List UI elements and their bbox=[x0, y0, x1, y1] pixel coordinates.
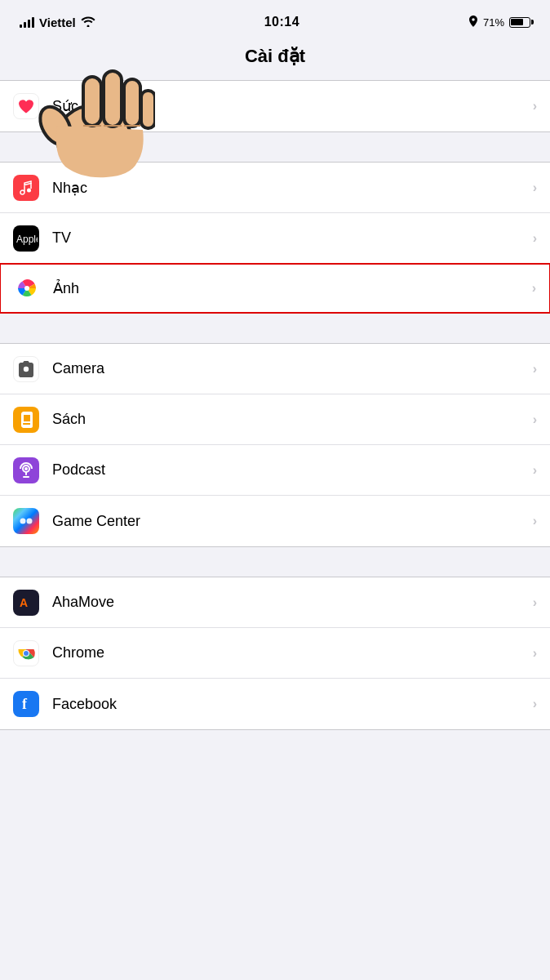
gamecenter-icon bbox=[13, 508, 39, 534]
books-icon bbox=[13, 407, 39, 433]
section-apps: Camera › Sách › Podcast › bbox=[0, 343, 550, 547]
podcasts-icon bbox=[13, 457, 39, 483]
status-bar: Viettel 10:14 71% bbox=[0, 0, 550, 39]
chevron-icon: › bbox=[533, 514, 537, 528]
svg-text:A: A bbox=[20, 596, 28, 609]
settings-item-music[interactable]: Nhạc › bbox=[0, 163, 550, 213]
chevron-icon: › bbox=[533, 99, 537, 114]
svg-text:f: f bbox=[22, 696, 28, 712]
music-label: Nhạc bbox=[52, 179, 533, 197]
status-left: Viettel bbox=[20, 16, 95, 29]
settings-item-ahamove[interactable]: A AhaMove › bbox=[0, 577, 550, 628]
ahamove-label: AhaMove bbox=[52, 594, 533, 611]
battery-icon bbox=[509, 17, 530, 28]
appletv-label: TV bbox=[52, 229, 533, 247]
settings-item-photos[interactable]: Ảnh › bbox=[0, 263, 550, 314]
page-wrapper: Viettel 10:14 71% Cài đặt bbox=[0, 0, 550, 730]
section-health: Sức khỏe › bbox=[0, 80, 550, 132]
battery-percent: 71% bbox=[483, 16, 504, 29]
chevron-icon: › bbox=[533, 463, 537, 478]
facebook-label: Facebook bbox=[52, 696, 533, 713]
chevron-icon: › bbox=[533, 595, 537, 610]
settings-item-facebook[interactable]: f Facebook › bbox=[0, 679, 550, 729]
appletv-icon: Apple TV bbox=[13, 225, 39, 252]
photos-icon bbox=[14, 275, 40, 301]
chevron-icon: › bbox=[533, 180, 537, 195]
settings-item-camera[interactable]: Camera › bbox=[0, 344, 550, 394]
time-display: 10:14 bbox=[264, 15, 299, 29]
settings-item-health[interactable]: Sức khỏe › bbox=[0, 81, 550, 131]
svg-point-14 bbox=[24, 467, 28, 470]
svg-point-20 bbox=[24, 651, 29, 656]
wifi-icon bbox=[81, 16, 95, 29]
gamecenter-label: Game Center bbox=[52, 513, 533, 530]
chevron-icon: › bbox=[533, 646, 537, 661]
page-title: Cài đặt bbox=[0, 39, 550, 80]
carrier-label: Viettel bbox=[39, 16, 76, 29]
chevron-icon: › bbox=[533, 362, 537, 376]
spacer-1 bbox=[0, 132, 550, 162]
books-label: Sách bbox=[52, 411, 533, 428]
settings-item-chrome[interactable]: Chrome › bbox=[0, 628, 550, 679]
settings-item-appletv[interactable]: Apple TV TV › bbox=[0, 213, 550, 264]
settings-item-gamecenter[interactable]: Game Center › bbox=[0, 496, 550, 546]
health-label: Sức khỏe bbox=[52, 97, 533, 115]
settings-item-podcasts[interactable]: Podcast › bbox=[0, 445, 550, 496]
chevron-icon: › bbox=[533, 697, 537, 711]
svg-point-15 bbox=[20, 519, 26, 524]
podcasts-label: Podcast bbox=[52, 461, 533, 479]
facebook-icon: f bbox=[13, 691, 39, 717]
ahamove-icon: A bbox=[13, 590, 39, 616]
section-media: Nhạc › Apple TV TV › bbox=[0, 162, 550, 314]
section-third-party: A AhaMove › Chrome › bbox=[0, 577, 550, 730]
location-icon bbox=[468, 16, 478, 29]
svg-text:TV: TV bbox=[17, 246, 27, 247]
chevron-icon: › bbox=[533, 412, 537, 427]
music-icon bbox=[13, 175, 39, 201]
svg-point-16 bbox=[27, 519, 33, 524]
svg-point-3 bbox=[24, 286, 29, 291]
chevron-icon: › bbox=[532, 281, 536, 296]
chrome-label: Chrome bbox=[52, 644, 533, 662]
health-icon bbox=[13, 93, 39, 119]
photos-label: Ảnh bbox=[53, 279, 532, 297]
spacer-2 bbox=[0, 314, 550, 343]
svg-text:Apple: Apple bbox=[16, 234, 38, 245]
settings-item-books[interactable]: Sách › bbox=[0, 394, 550, 445]
camera-icon bbox=[13, 356, 39, 382]
svg-point-0 bbox=[27, 188, 31, 192]
signal-bars-icon bbox=[20, 16, 34, 28]
spacer-3 bbox=[0, 547, 550, 577]
chevron-icon: › bbox=[533, 231, 537, 246]
chrome-icon bbox=[13, 640, 39, 666]
status-right: 71% bbox=[468, 16, 530, 29]
camera-label: Camera bbox=[52, 360, 533, 377]
